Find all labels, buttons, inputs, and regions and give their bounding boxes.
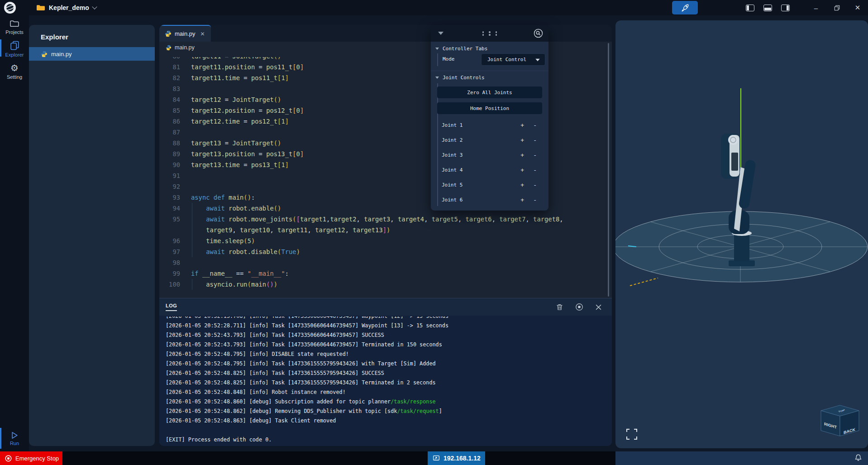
divider bbox=[431, 71, 548, 71]
joint-decrease-button[interactable]: - bbox=[533, 137, 537, 144]
simulation-viewport[interactable]: RIGHT BACK TOP bbox=[615, 20, 868, 448]
file-item-main.py[interactable]: main.py bbox=[29, 47, 155, 61]
robot-3d-scene: RIGHT BACK TOP bbox=[615, 20, 868, 448]
joint-decrease-button[interactable]: - bbox=[533, 167, 537, 173]
mode-label: Mode bbox=[443, 56, 455, 62]
ip-badge[interactable]: 192.168.1.12 bbox=[428, 451, 485, 465]
joint-rows: Joint 1+-Joint 2+-Joint 3+-Joint 4+-Join… bbox=[437, 119, 544, 208]
tab-main-py[interactable]: main.py ✕ bbox=[159, 25, 211, 42]
line-number: 100 bbox=[159, 279, 180, 290]
toggle-bottom-panel-icon[interactable] bbox=[763, 5, 772, 11]
code-line: 98 bbox=[159, 257, 612, 268]
record-log-button[interactable] bbox=[575, 303, 583, 311]
joint-decrease-button[interactable]: - bbox=[533, 182, 537, 188]
drag-handle-icon[interactable] bbox=[480, 31, 500, 36]
collapse-panel-icon[interactable] bbox=[438, 32, 444, 35]
log-header: LOG bbox=[159, 298, 612, 316]
run-button[interactable]: Run bbox=[0, 431, 29, 446]
minimize-button[interactable]: – bbox=[806, 0, 826, 15]
log-tab[interactable]: LOG bbox=[166, 303, 177, 311]
joint-label: Joint 3 bbox=[442, 152, 463, 158]
joint-increase-button[interactable]: + bbox=[520, 167, 524, 173]
toggle-left-panel-icon[interactable] bbox=[746, 5, 754, 11]
stop-circle-icon bbox=[5, 455, 12, 462]
section-chevron-icon bbox=[435, 77, 439, 79]
mode-value: Joint Control bbox=[487, 57, 526, 62]
joint-row-4: Joint 4+- bbox=[437, 163, 544, 178]
line-number: 90 bbox=[159, 159, 180, 170]
search-icon[interactable] bbox=[534, 29, 543, 40]
log-line: [2026-01-05 20:52:48.848] [info] Robot i… bbox=[166, 388, 607, 397]
joint-decrease-button[interactable]: - bbox=[533, 197, 537, 203]
sidebar-item-explorer[interactable]: Explorer bbox=[0, 37, 29, 59]
emergency-stop-button[interactable]: Emergency Stop bbox=[0, 451, 62, 465]
files-icon bbox=[10, 41, 19, 50]
close-icon bbox=[595, 304, 602, 311]
restore-icon bbox=[834, 5, 840, 11]
zero-all-joints-button[interactable]: Zero All Joints bbox=[437, 86, 542, 98]
line-number: 81 bbox=[159, 62, 180, 72]
log-line: [2026-01-05 20:52:48.862] [debug] Removi… bbox=[166, 407, 607, 416]
log-line: [2026-01-05 20:52:28.711] [info] Task [1… bbox=[166, 321, 607, 331]
joint-decrease-button[interactable]: - bbox=[533, 122, 537, 129]
mode-dropdown[interactable]: Joint Control bbox=[481, 53, 545, 66]
chevron-down-icon bbox=[92, 4, 97, 9]
joint-label: Joint 2 bbox=[442, 137, 463, 143]
section-joint-controls[interactable]: Joint Controls bbox=[435, 75, 485, 81]
line-number: 91 bbox=[159, 170, 180, 181]
section-controller-tabs[interactable]: Controller Tabs bbox=[435, 46, 487, 52]
log-line: [2026-01-05 20:52:48.860] [debug] Subscr… bbox=[166, 397, 607, 407]
joint-increase-button[interactable]: + bbox=[520, 137, 524, 144]
maximize-button[interactable] bbox=[826, 0, 847, 15]
sidebar-item-projects[interactable]: Projects bbox=[0, 15, 29, 37]
code-line: 96 time.sleep(5) bbox=[159, 235, 612, 246]
joint-increase-button[interactable]: + bbox=[520, 122, 524, 129]
log-line: [2026-01-05 20:52:48.863] [debug] Task C… bbox=[166, 416, 607, 426]
code-line: target9, target10, target11, target12, t… bbox=[159, 225, 612, 235]
joint-decrease-button[interactable]: - bbox=[533, 152, 537, 158]
section-title: Joint Controls bbox=[443, 75, 485, 81]
clear-log-button[interactable] bbox=[556, 303, 563, 311]
project-switcher[interactable]: Kepler_demo bbox=[36, 0, 96, 15]
home-position-button[interactable]: Home Position bbox=[437, 102, 542, 114]
line-number: 87 bbox=[159, 127, 180, 138]
activity-rail: ProjectsExplorer⚙Setting Run bbox=[0, 15, 29, 451]
toggle-right-panel-icon[interactable] bbox=[781, 5, 790, 11]
folder-icon bbox=[10, 19, 19, 28]
joint-increase-button[interactable]: + bbox=[520, 182, 524, 188]
folder-icon bbox=[36, 4, 45, 11]
line-number: 98 bbox=[159, 257, 180, 268]
tab-close-icon[interactable]: ✕ bbox=[200, 31, 205, 37]
statusbar-right bbox=[615, 451, 868, 465]
bell-icon bbox=[854, 454, 863, 462]
line-number: 93 bbox=[159, 192, 180, 203]
rail-label: Explorer bbox=[5, 52, 24, 58]
code-line: 99if __name__ == "__main__": bbox=[159, 268, 612, 279]
joint-label: Joint 5 bbox=[442, 182, 463, 188]
run-label: Run bbox=[10, 441, 19, 446]
fullscreen-icon[interactable] bbox=[627, 429, 637, 439]
line-number: 86 bbox=[159, 116, 180, 127]
log-line: [EXIT] Process ended with code 0. bbox=[166, 435, 607, 444]
sidebar-item-setting[interactable]: ⚙Setting bbox=[0, 59, 29, 81]
app-logo-icon bbox=[4, 1, 16, 14]
controller-body: Controller Tabs Mode Joint Control Joint… bbox=[431, 42, 548, 211]
log-panel: LOG bbox=[159, 298, 612, 446]
log-output[interactable]: [2026-01-05 20:52:13.708] [info] Task [1… bbox=[166, 316, 607, 444]
joint-increase-button[interactable]: + bbox=[520, 152, 524, 158]
editor-scrollbar[interactable] bbox=[608, 43, 609, 297]
line-number: 82 bbox=[159, 72, 180, 83]
dropdown-chevron-icon bbox=[535, 59, 540, 62]
record-stop-icon bbox=[575, 303, 583, 311]
line-number: 97 bbox=[159, 246, 180, 257]
joint-increase-button[interactable]: + bbox=[520, 197, 524, 203]
close-log-button[interactable] bbox=[595, 304, 602, 311]
statusbar: Emergency Stop 192.168.1.12 bbox=[0, 451, 868, 465]
rail-label: Setting bbox=[7, 74, 22, 80]
rail-label: Projects bbox=[5, 29, 24, 35]
deploy-button[interactable] bbox=[672, 1, 698, 14]
close-button[interactable]: ✕ bbox=[847, 0, 868, 15]
python-icon bbox=[165, 30, 172, 37]
notifications-button[interactable] bbox=[854, 454, 863, 464]
trash-icon bbox=[556, 303, 563, 311]
